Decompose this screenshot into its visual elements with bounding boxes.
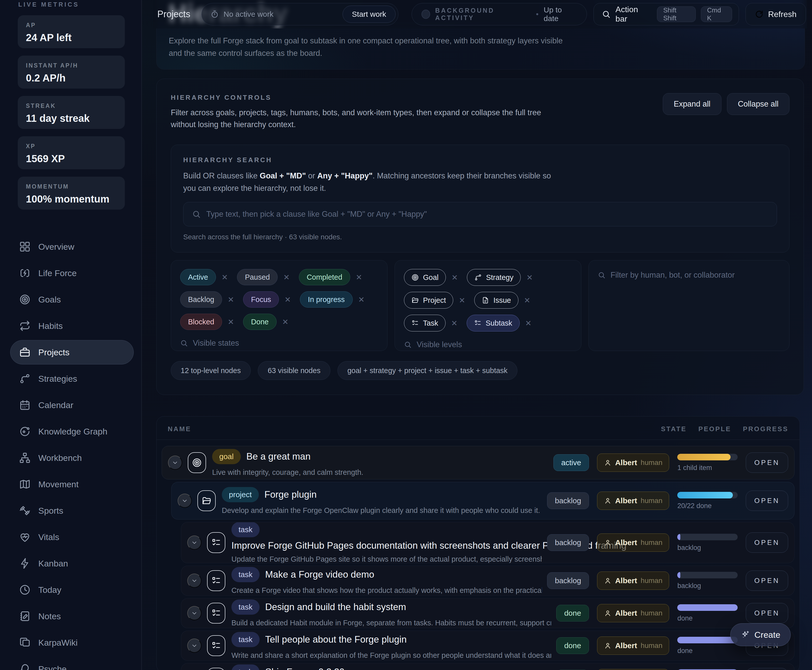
visible-states-input[interactable]: [193, 338, 378, 348]
state-chip-paused[interactable]: Paused: [237, 269, 277, 285]
type-chip-goal[interactable]: Goal: [404, 269, 446, 286]
remove-icon[interactable]: ✕: [526, 273, 533, 282]
sidebar-item-karpawiki[interactable]: KarpaWiki: [10, 630, 134, 655]
state-chip-blocked[interactable]: Blocked: [180, 314, 222, 330]
row-expand-button[interactable]: [178, 494, 192, 508]
row-name-line: taskMake a Forge video demo: [232, 567, 542, 582]
remove-icon[interactable]: ✕: [283, 273, 289, 282]
checklist-icon: [211, 641, 221, 651]
type-chip-project[interactable]: Project: [404, 292, 453, 309]
remove-icon[interactable]: ✕: [228, 318, 234, 327]
calendar-icon: [19, 399, 31, 411]
tree-row[interactable]: taskTell people about the Forge pluginWr…: [181, 631, 795, 661]
state-badge: backlog: [547, 492, 589, 509]
assignee-chip[interactable]: Alberthuman: [597, 572, 669, 590]
row-expand-button[interactable]: [168, 455, 182, 470]
remove-icon[interactable]: ✕: [524, 296, 530, 305]
remove-icon[interactable]: ✕: [459, 296, 465, 305]
type-chip-issue[interactable]: Issue: [474, 292, 518, 309]
state-chip-completed[interactable]: Completed: [299, 269, 350, 285]
type-chip-subtask[interactable]: Subtask: [467, 315, 520, 332]
remove-icon[interactable]: ✕: [222, 273, 228, 282]
state-chip-backlog[interactable]: Backlog: [180, 291, 222, 308]
assignee-chip[interactable]: Alberthuman: [597, 533, 669, 552]
row-expand-button[interactable]: [187, 574, 201, 588]
sidebar-item-psyche[interactable]: Psyche: [10, 657, 134, 670]
type-chip-task[interactable]: Task: [404, 315, 446, 332]
hierarchy-search-input[interactable]: [206, 210, 768, 219]
project-icon-tile: [198, 490, 216, 511]
remove-icon[interactable]: ✕: [282, 318, 289, 327]
type-chip-label: Goal: [423, 273, 438, 282]
search-hint: Build OR clauses like Goal + "MD" or Any…: [183, 169, 559, 195]
sidebar-item-today[interactable]: Today: [10, 578, 134, 602]
state-chip-in-progress[interactable]: In progress: [300, 291, 352, 308]
type-chip-strategy[interactable]: Strategy: [467, 269, 521, 286]
open-button[interactable]: OPEN: [746, 533, 788, 553]
remove-icon[interactable]: ✕: [452, 273, 458, 282]
remove-icon[interactable]: ✕: [358, 295, 365, 304]
file-icon: [482, 296, 489, 304]
expand-all-button[interactable]: Expand all: [663, 93, 721, 115]
sidebar-item-vitals[interactable]: Vitals: [10, 525, 134, 549]
sidebar-item-knowledge-graph[interactable]: Knowledge Graph: [10, 419, 134, 443]
row-expand-button[interactable]: [187, 606, 201, 620]
assignee-chip[interactable]: Alberthuman: [597, 636, 669, 655]
open-button[interactable]: OPEN: [746, 668, 788, 670]
metric-card: MOMENTUM100% momentum: [18, 177, 125, 210]
tree-row[interactable]: projectForge pluginDevelop and explain t…: [171, 482, 795, 519]
checklist-icon: [474, 319, 482, 327]
sidebar-item-goals[interactable]: Goals: [10, 287, 134, 312]
remove-icon[interactable]: ✕: [451, 319, 457, 328]
remove-icon[interactable]: ✕: [228, 295, 234, 304]
remove-icon[interactable]: ✕: [525, 319, 531, 328]
sidebar-item-projects[interactable]: Projects: [10, 340, 134, 364]
collapse-all-button[interactable]: Collapse all: [727, 93, 789, 115]
remove-icon[interactable]: ✕: [284, 295, 291, 304]
refresh-button[interactable]: Refresh: [746, 3, 806, 25]
people-filter-input[interactable]: [611, 271, 780, 280]
tree-row[interactable]: taskShip Forge v0.2.20Released Forge v0.…: [181, 663, 795, 670]
create-button[interactable]: Create: [730, 623, 791, 646]
background-activity-pill[interactable]: BACKGROUND ACTIVITY • Up to date: [411, 3, 587, 25]
open-button[interactable]: OPEN: [746, 603, 788, 623]
row-expand-button[interactable]: [187, 535, 201, 550]
state-chip-focus[interactable]: Focus: [243, 291, 279, 308]
sidebar-item-overview[interactable]: Overview: [10, 235, 134, 259]
open-button[interactable]: OPEN: [746, 452, 788, 473]
assignee-chip[interactable]: Alberthuman: [597, 492, 669, 510]
row-name-line: taskTell people about the Forge plugin: [232, 632, 551, 647]
sidebar-item-notes[interactable]: Notes: [10, 604, 134, 628]
row-meta: backlogAlberthuman20/22 doneOPEN: [547, 491, 788, 511]
assignee-chip[interactable]: Alberthuman: [597, 669, 669, 670]
action-bar-button[interactable]: Action bar Shift Shift Cmd K: [594, 3, 739, 25]
sidebar-item-workbench[interactable]: Workbench: [10, 446, 134, 470]
assignee-chip[interactable]: Alberthuman: [597, 604, 669, 622]
sidebar-item-kanban[interactable]: Kanban: [10, 551, 134, 575]
sidebar-item-sports[interactable]: Sports: [10, 498, 134, 523]
sidebar-item-habits[interactable]: Habits: [10, 314, 134, 338]
row-meta: backlogAlberthumanbacklogOPEN: [547, 570, 788, 591]
tree-row[interactable]: taskImprove Forge GitHub Pages documenta…: [181, 522, 795, 563]
sidebar-item-life-force[interactable]: Life Force: [10, 261, 134, 285]
assignee-role: human: [641, 459, 663, 467]
assignee-chip[interactable]: Alberthuman: [597, 453, 669, 472]
tree-row[interactable]: taskDesign and build the habit systemBui…: [181, 598, 795, 628]
sidebar-item-movement[interactable]: Movement: [10, 472, 134, 496]
remove-icon[interactable]: ✕: [356, 273, 362, 282]
row-expand-button[interactable]: [187, 638, 201, 653]
tree-row[interactable]: goalBe a great manLive with integrity, c…: [162, 446, 795, 479]
state-chip-done[interactable]: Done: [243, 314, 276, 330]
sidebar-item-strategies[interactable]: Strategies: [10, 367, 134, 391]
tree-row[interactable]: taskMake a Forge video demoCreate a Forg…: [181, 566, 795, 596]
task-icon-tile: [207, 570, 225, 591]
row-name-line: taskImprove Forge GitHub Pages documenta…: [232, 522, 542, 551]
state-chip-active[interactable]: Active: [180, 269, 216, 285]
sidebar-item-calendar[interactable]: Calendar: [10, 393, 134, 417]
start-work-button[interactable]: Start work: [343, 5, 396, 23]
open-button[interactable]: OPEN: [746, 570, 788, 591]
open-button[interactable]: OPEN: [746, 491, 788, 511]
metric-label: AP: [26, 22, 117, 29]
type-chip-label: Subtask: [486, 319, 512, 327]
visible-levels-input[interactable]: [417, 340, 572, 349]
